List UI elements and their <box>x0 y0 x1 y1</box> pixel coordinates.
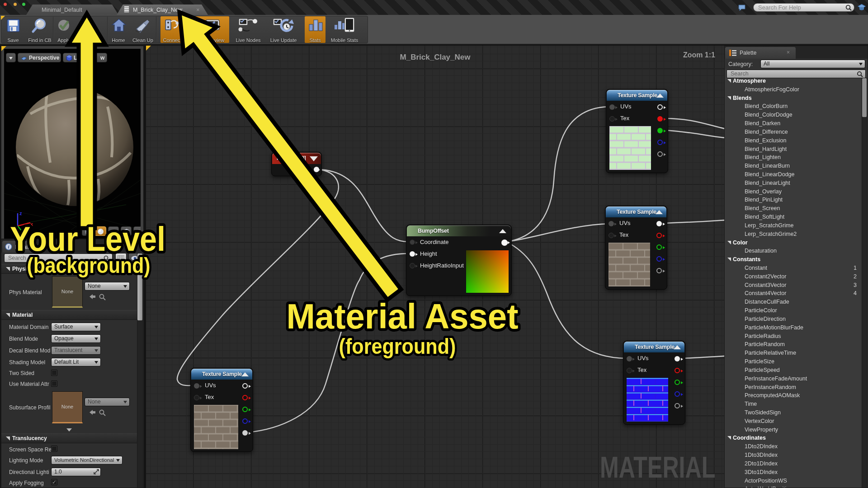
svg-text:Material Asset: Material Asset <box>287 296 519 336</box>
svg-text:(background): (background) <box>27 253 151 277</box>
svg-text:Your Level: Your Level <box>10 220 165 258</box>
svg-text:(foreground): (foreground) <box>339 334 456 358</box>
